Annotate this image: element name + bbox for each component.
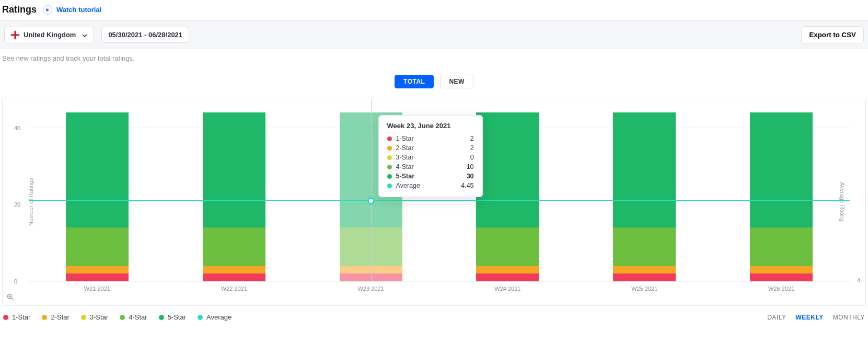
tooltip-row: 4-Star10 [387,162,474,172]
date-range-label: 05/30/2021 - 06/28/2021 [108,31,182,39]
x-category-label: W24 2021 [439,286,576,292]
chart-tooltip: Week 23, June 20211-Star22-Star23-Star04… [378,115,483,197]
bar-segment [476,112,539,227]
legend-dot [81,315,86,320]
tooltip-row: 5-Star30 [387,172,474,181]
svg-line-2 [11,298,14,300]
svg-marker-0 [47,8,50,11]
bar-segment [203,266,265,274]
bar-segment [613,112,676,227]
legend-item-avg[interactable]: Average [198,313,232,321]
bar-segment [203,112,265,227]
bar-segment [66,227,129,266]
page-subtitle: See new ratings and track your total rat… [0,49,868,75]
tooltip-row: 1-Star2 [387,134,474,143]
bar-slot[interactable]: W25 2021 [576,109,713,281]
legend-dot [198,315,203,320]
country-label: United Kingdom [24,31,76,39]
legend-label: 3-Star [90,313,108,321]
bar-slot[interactable]: W22 2021 [166,109,303,281]
x-category-label: W25 2021 [576,286,713,292]
average-point [367,197,375,204]
legend-label: 5-Star [168,313,186,321]
bar-slot[interactable]: W21 2021 [29,109,166,281]
bar-segment [476,227,539,266]
play-icon [43,5,52,15]
mode-toggle: TOTAL NEW [0,75,868,88]
legend-dot [120,315,125,320]
legend-item-s3[interactable]: 3-Star [81,313,108,321]
y-tick: 0 [14,278,17,284]
tooltip-row: 3-Star0 [387,153,474,162]
legend-item-s1[interactable]: 1-Star [3,313,30,321]
bar-segment [613,227,676,266]
chevron-down-icon [82,31,87,39]
chart-footer: 1-Star2-Star3-Star4-Star5-StarAverage DA… [0,306,868,325]
watch-tutorial-label: Watch tutorial [56,6,101,14]
bar-segment [66,273,129,281]
legend-dot [42,315,47,320]
legend-label: 1-Star [12,313,30,321]
watch-tutorial-link[interactable]: Watch tutorial [43,5,101,15]
zoom-icon[interactable] [7,293,14,302]
bar-segment [750,112,813,227]
x-category-label: W22 2021 [166,286,303,292]
bar-segment [750,227,813,266]
toggle-total[interactable]: TOTAL [395,75,434,88]
bar-slot[interactable]: W26 2021 [713,109,850,281]
bar-segment [203,273,265,281]
y-tick-right: 4 [857,277,860,283]
granularity-weekly[interactable]: WEEKLY [795,314,823,321]
legend-item-s4[interactable]: 4-Star [120,313,147,321]
bar-segment [66,266,129,274]
legend-item-s5[interactable]: 5-Star [159,313,186,321]
y-tick: 40 [14,125,20,131]
export-csv-button[interactable]: Export to CSV [801,26,864,43]
legend-label: 4-Star [129,313,147,321]
bar-segment [613,266,676,274]
page-title: Ratings [2,4,37,15]
granularity-switch: DAILY WEEKLY MONTHLY [767,314,865,321]
y-tick: 20 [14,201,20,208]
country-selector[interactable]: United Kingdom [4,27,94,43]
tooltip-title: Week 23, June 2021 [387,122,474,130]
date-range-selector[interactable]: 05/30/2021 - 06/28/2021 [101,27,189,43]
granularity-daily[interactable]: DAILY [767,314,786,321]
toolbar: United Kingdom 05/30/2021 - 06/28/2021 E… [0,20,868,49]
bar-segment [750,273,813,281]
uk-flag-icon [11,31,19,39]
legend-dot [3,315,8,320]
legend-item-s2[interactable]: 2-Star [42,313,69,321]
bar-segment [203,227,265,266]
toggle-new[interactable]: NEW [440,75,473,88]
x-category-label: W21 2021 [29,286,166,292]
bar-segment [66,112,129,227]
bar-segment [476,266,539,274]
tooltip-row: Average4.45 [387,181,474,190]
legend-label: 2-Star [51,313,69,321]
x-category-label: W23 2021 [303,286,439,292]
bar-segment [613,273,676,281]
average-line [29,200,850,201]
bar-segment [750,266,813,274]
bar-segment [476,273,539,281]
legend-label: Average [206,313,232,321]
granularity-monthly[interactable]: MONTHLY [833,314,865,321]
x-category-label: W26 2021 [713,286,850,292]
ratings-chart: Number of Ratings Average Rating 020404W… [2,98,866,306]
legend-dot [159,315,164,320]
tooltip-row: 2-Star2 [387,143,474,153]
